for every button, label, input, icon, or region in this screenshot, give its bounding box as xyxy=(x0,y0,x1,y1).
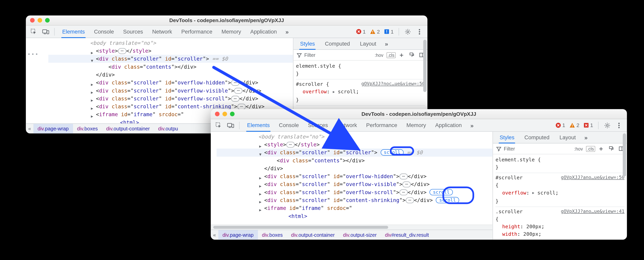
crumb-output-sizer[interactable]: div.output-sizer xyxy=(339,230,381,240)
styles-body[interactable]: element.style { } gOVpXJJ?ano…ue&view=:5… xyxy=(493,154,627,239)
ellipsis-badge[interactable]: ⋯ xyxy=(234,88,242,93)
breadcrumb[interactable]: « div.page-wrap div.boxes div.output-con… xyxy=(211,230,492,240)
styles-tab-styles[interactable]: Styles xyxy=(494,132,519,143)
svg-rect-26 xyxy=(609,147,612,149)
ellipsis-badge[interactable]: ⋯ xyxy=(286,142,294,148)
issue-badge[interactable]: 1 xyxy=(584,122,593,128)
ellipsis-badge[interactable]: ⋯ xyxy=(231,80,240,86)
styles-tab-computed[interactable]: Computed xyxy=(320,38,355,50)
paint-icon[interactable] xyxy=(607,143,615,154)
crumb-output-container[interactable]: div.output-container xyxy=(102,123,154,133)
dom-tree[interactable]: <body translate="no"> ▶<style>⋯</style> … xyxy=(211,132,492,225)
error-badge[interactable]: 1 xyxy=(556,122,565,128)
close-dot[interactable] xyxy=(215,112,220,116)
traffic-lights[interactable] xyxy=(215,112,235,116)
device-icon[interactable] xyxy=(225,120,236,131)
tab-console[interactable]: Console xyxy=(275,119,303,132)
zoom-dot[interactable] xyxy=(230,112,234,116)
tab-performance[interactable]: Performance xyxy=(177,25,216,38)
tab-console[interactable]: Console xyxy=(90,25,118,38)
warning-badge[interactable]: 2 xyxy=(570,122,580,128)
new-rule-icon[interactable] xyxy=(397,50,406,60)
crumb-result[interactable]: div#result_div.result xyxy=(381,230,433,240)
styles-overflow[interactable]: » xyxy=(381,40,392,47)
ellipsis-badge[interactable]: ⋯ xyxy=(238,103,246,109)
styles-tab-layout[interactable]: Layout xyxy=(554,132,581,143)
zoom-dot[interactable] xyxy=(45,18,50,23)
source-link[interactable]: gOVpXJJ?noc…ue&view=:50 xyxy=(361,80,425,88)
scroll-badge[interactable]: scroll xyxy=(380,149,404,156)
error-badge[interactable]: 1 xyxy=(356,29,366,35)
tabs-overflow[interactable]: » xyxy=(467,122,478,128)
crumbs-scroll-left[interactable]: « xyxy=(211,232,218,238)
scroll-badge[interactable]: scroll xyxy=(430,189,453,195)
tab-elements[interactable]: Elements xyxy=(243,119,274,132)
filter-row: Filter :hov .cls xyxy=(293,50,428,61)
scrollbar[interactable] xyxy=(622,132,626,240)
styles-tab-layout[interactable]: Layout xyxy=(355,38,381,50)
styles-overflow[interactable]: » xyxy=(581,134,592,141)
crumb-boxes[interactable]: div.boxes xyxy=(73,123,102,133)
crumb-page-wrap[interactable]: div.page-wrap xyxy=(34,123,73,133)
warning-badge[interactable]: 2 xyxy=(370,29,380,35)
traffic-lights[interactable] xyxy=(30,18,50,23)
device-icon[interactable] xyxy=(40,26,51,37)
source-link[interactable]: gOVpXJJ?ano…ue&view=:41 xyxy=(561,208,624,215)
window-title: DevTools - codepen.io/sofiayem/pen/gOVpX… xyxy=(26,17,427,23)
crumb-boxes[interactable]: div.boxes xyxy=(258,230,287,240)
issue-badge[interactable]: 1 xyxy=(384,29,394,35)
crumb-output-container[interactable]: div.output-container xyxy=(287,230,339,240)
titlebar: DevTools - codepen.io/sofiayem/pen/gOVpX… xyxy=(26,15,427,26)
svg-point-23 xyxy=(618,122,620,124)
svg-point-11 xyxy=(419,31,420,32)
cls-toggle[interactable]: .cls xyxy=(586,146,595,152)
selected-node[interactable]: ▼<div class="scroller" id="scroller"> sc… xyxy=(216,149,492,157)
crumbs-scroll-left[interactable]: « xyxy=(26,126,33,132)
tab-network[interactable]: Network xyxy=(148,25,176,38)
filter-input[interactable]: Filter xyxy=(295,52,372,58)
svg-point-9 xyxy=(407,31,409,32)
crumb-page-wrap[interactable]: div.page-wrap xyxy=(218,230,258,240)
hov-toggle[interactable]: :hov xyxy=(573,146,584,151)
tab-memory[interactable]: Memory xyxy=(217,25,245,38)
new-rule-icon[interactable] xyxy=(597,143,605,154)
kebab-icon[interactable] xyxy=(414,26,425,37)
tab-performance[interactable]: Performance xyxy=(362,119,402,132)
inspect-icon[interactable] xyxy=(213,120,224,131)
crumb-clipped[interactable]: div.outpu xyxy=(154,123,182,133)
tab-application[interactable]: Application xyxy=(246,25,281,38)
svg-rect-8 xyxy=(386,32,387,33)
minimize-dot[interactable] xyxy=(222,112,227,116)
ellipsis-badge[interactable]: ⋯ xyxy=(399,173,408,179)
inspect-icon[interactable] xyxy=(28,26,39,37)
ellipsis-badge[interactable]: ⋯ xyxy=(231,95,240,101)
tabs-overflow[interactable]: » xyxy=(282,28,293,35)
ellipsis-badge[interactable]: ⋯ xyxy=(399,189,408,195)
gear-icon[interactable] xyxy=(602,120,613,131)
cls-toggle[interactable]: .cls xyxy=(386,52,396,58)
paint-icon[interactable] xyxy=(407,50,416,60)
svg-rect-4 xyxy=(372,31,373,32)
styles-tab-styles[interactable]: Styles xyxy=(295,38,320,50)
tab-application[interactable]: Application xyxy=(431,119,466,132)
window-title: DevTools - codepen.io/sofiayem/pen/gOVpX… xyxy=(211,111,627,117)
tab-memory[interactable]: Memory xyxy=(402,119,430,132)
h-scrollbar[interactable] xyxy=(211,224,492,229)
selected-node[interactable]: ▼<div class="scroller" id="scroller"> ==… xyxy=(48,55,293,63)
hov-toggle[interactable]: :hov xyxy=(374,52,385,57)
close-dot[interactable] xyxy=(30,18,35,23)
ellipsis-badge[interactable]: ⋯ xyxy=(406,197,414,203)
scroll-badge[interactable]: scroll xyxy=(436,197,459,203)
source-link[interactable]: gOVpXJJ?ano…ue&view=:50 xyxy=(561,174,624,182)
tab-sources[interactable]: Sources xyxy=(119,25,147,38)
ellipsis-badge[interactable]: ⋯ xyxy=(118,48,126,54)
gear-icon[interactable] xyxy=(402,26,413,37)
tab-sources[interactable]: Sources xyxy=(304,119,332,132)
minimize-dot[interactable] xyxy=(38,18,42,23)
styles-tab-computed[interactable]: Computed xyxy=(519,132,554,143)
tab-network[interactable]: Network xyxy=(333,119,361,132)
ellipsis-badge[interactable]: ⋯ xyxy=(402,181,411,187)
filter-input[interactable]: Filter xyxy=(494,146,571,152)
tab-elements[interactable]: Elements xyxy=(58,25,89,38)
kebab-icon[interactable] xyxy=(614,120,624,131)
